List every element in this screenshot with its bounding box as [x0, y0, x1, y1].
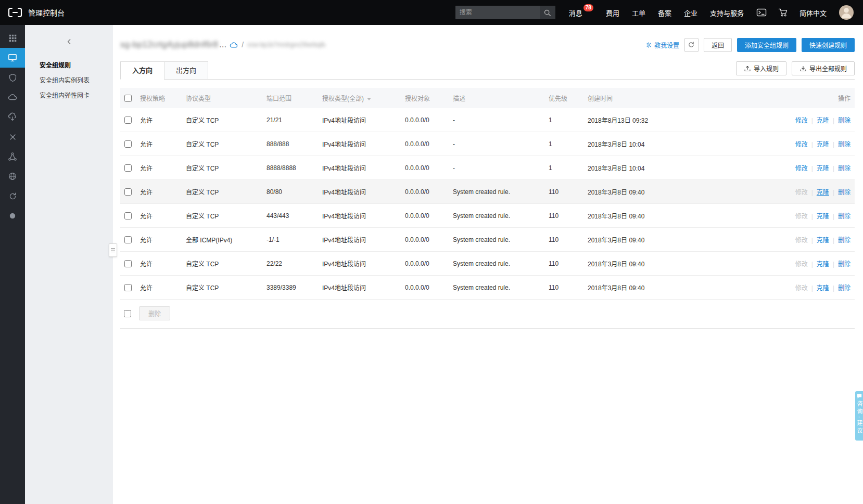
- cell-policy: 允许: [136, 228, 182, 252]
- nav-tickets[interactable]: 工单: [632, 8, 645, 18]
- clone-link[interactable]: 克隆: [817, 189, 829, 196]
- clone-link[interactable]: 克隆: [817, 165, 829, 172]
- row-checkbox[interactable]: [124, 236, 132, 243]
- nav-enterprise[interactable]: 企业: [684, 8, 697, 18]
- clone-link[interactable]: 克隆: [817, 261, 829, 268]
- cell-auth-type: IPv4地址段访问: [318, 180, 401, 204]
- back-button[interactable]: 返回: [704, 38, 732, 52]
- sidebar-collapse-button[interactable]: [25, 25, 113, 58]
- action-separator: |: [811, 261, 813, 268]
- modify-link: 修改: [795, 237, 808, 244]
- clone-link[interactable]: 克隆: [817, 285, 829, 292]
- modify-link[interactable]: 修改: [795, 117, 808, 124]
- delete-link[interactable]: 删除: [838, 261, 851, 268]
- cell-policy: 允许: [136, 204, 182, 228]
- clone-link[interactable]: 克隆: [817, 237, 829, 244]
- rule-row: 允许 自定义 TCP 80/80 IPv4地址段访问 0.0.0.0/0 Sys…: [120, 180, 855, 204]
- feedback-side-tab[interactable]: 咨询·建议: [855, 391, 863, 441]
- language-selector[interactable]: 简体中文: [799, 8, 827, 18]
- refresh-button[interactable]: [684, 38, 699, 52]
- cell-description: -: [449, 132, 544, 156]
- close-x-icon[interactable]: [0, 127, 25, 147]
- tab-outbound[interactable]: 出方向: [164, 61, 208, 80]
- row-checkbox[interactable]: [124, 212, 132, 219]
- action-separator: |: [811, 213, 813, 220]
- cell-port-range: 22/22: [262, 252, 318, 276]
- row-checkbox[interactable]: [124, 188, 132, 196]
- delete-link[interactable]: 删除: [838, 117, 851, 124]
- cloud-sync-icon[interactable]: [0, 107, 25, 127]
- nav-messages-label: 消息: [569, 8, 582, 18]
- sort-caret-icon[interactable]: [367, 98, 371, 100]
- delete-link[interactable]: 删除: [838, 189, 851, 196]
- cell-protocol: 自定义 TCP: [182, 132, 262, 156]
- row-checkbox[interactable]: [124, 164, 132, 172]
- delete-link[interactable]: 删除: [838, 165, 851, 172]
- delete-link[interactable]: 删除: [838, 237, 851, 244]
- action-separator: |: [811, 117, 813, 124]
- clone-link[interactable]: 克隆: [817, 141, 829, 148]
- nav-billing[interactable]: 费用: [606, 8, 619, 18]
- select-all-checkbox[interactable]: [124, 95, 132, 102]
- delete-link[interactable]: 删除: [838, 213, 851, 220]
- cart-icon[interactable]: [778, 8, 788, 17]
- avatar[interactable]: [839, 5, 854, 20]
- delete-link[interactable]: 删除: [838, 141, 851, 148]
- search-input[interactable]: [455, 9, 540, 16]
- apps-grid-icon[interactable]: [0, 28, 25, 48]
- clone-link[interactable]: 克隆: [817, 117, 829, 124]
- row-checkbox[interactable]: [124, 140, 132, 148]
- cell-description: -: [449, 156, 544, 180]
- security-shield-icon[interactable]: [0, 68, 25, 87]
- search-button[interactable]: [540, 6, 555, 19]
- product-icon-rail: [0, 25, 25, 504]
- cloud-icon[interactable]: [0, 87, 25, 107]
- status-dot-icon[interactable]: [0, 206, 25, 226]
- sidebar-item-security-group-rules[interactable]: 安全组规则: [25, 58, 113, 73]
- sidebar-item-instances-in-group[interactable]: 安全组内实例列表: [25, 73, 113, 88]
- cell-policy: 允许: [136, 276, 182, 300]
- nav-support[interactable]: 支持与服务: [710, 8, 744, 18]
- nav-messages[interactable]: 消息 78: [569, 8, 593, 18]
- cell-protocol: 自定义 TCP: [182, 180, 262, 204]
- cell-created-time: 2018年3月8日 09:40: [583, 228, 714, 252]
- sidebar-resize-handle[interactable]: [109, 243, 117, 257]
- terminal-icon[interactable]: [756, 8, 767, 17]
- rule-row: 允许 自定义 TCP 8888/8888 IPv4地址段访问 0.0.0.0/0…: [120, 156, 855, 180]
- table-header-row: 授权策略 协议类型 端口范围 授权类型(全部) 授权对象 描述 优先级 创建时间…: [120, 88, 855, 108]
- action-separator: |: [833, 189, 834, 196]
- feedback-label: 咨询·建议: [855, 400, 863, 436]
- modify-link[interactable]: 修改: [795, 165, 808, 172]
- topology-icon[interactable]: [0, 147, 25, 166]
- tab-inbound[interactable]: 入方向: [120, 61, 164, 80]
- aliyun-logo-icon[interactable]: [7, 7, 23, 18]
- add-security-group-rule-button[interactable]: 添加安全组规则: [737, 38, 796, 52]
- cell-auth-object: 0.0.0.0/0: [401, 108, 449, 132]
- col-port-range: 端口范围: [262, 88, 318, 108]
- id-ellipsis: ...: [219, 40, 226, 50]
- globe-icon[interactable]: [0, 166, 25, 186]
- export-all-rules-button[interactable]: 导出全部规则: [792, 61, 855, 75]
- row-checkbox[interactable]: [124, 260, 132, 267]
- cell-created-time: 2018年3月8日 09:40: [583, 180, 714, 204]
- cell-auth-type: IPv4地址段访问: [318, 204, 401, 228]
- rule-row: 允许 自定义 TCP 21/21 IPv4地址段访问 0.0.0.0/0 - 1…: [120, 108, 855, 132]
- action-separator: |: [811, 189, 813, 196]
- sidebar-item-enis-in-group[interactable]: 安全组内弹性网卡: [25, 88, 113, 104]
- cell-protocol: 自定义 TCP: [182, 276, 262, 300]
- cloud-copy-icon[interactable]: [230, 41, 238, 48]
- row-checkbox[interactable]: [124, 284, 132, 291]
- console-monitor-icon[interactable]: [0, 48, 25, 68]
- footer-select-all-checkbox[interactable]: [124, 310, 131, 317]
- teach-me-link[interactable]: 教我设置: [645, 41, 679, 49]
- nav-icp[interactable]: 备案: [658, 8, 671, 18]
- delete-link[interactable]: 删除: [838, 285, 851, 292]
- row-checkbox[interactable]: [124, 117, 132, 124]
- modify-link[interactable]: 修改: [795, 141, 808, 148]
- batch-delete-button[interactable]: 删除: [139, 306, 170, 320]
- col-auth-type[interactable]: 授权类型(全部): [318, 88, 401, 108]
- quick-create-rule-button[interactable]: 快速创建规则: [802, 38, 855, 52]
- clone-link[interactable]: 克隆: [817, 213, 829, 220]
- import-rules-button[interactable]: 导入规则: [736, 61, 786, 75]
- refresh-cycle-icon[interactable]: [0, 186, 25, 206]
